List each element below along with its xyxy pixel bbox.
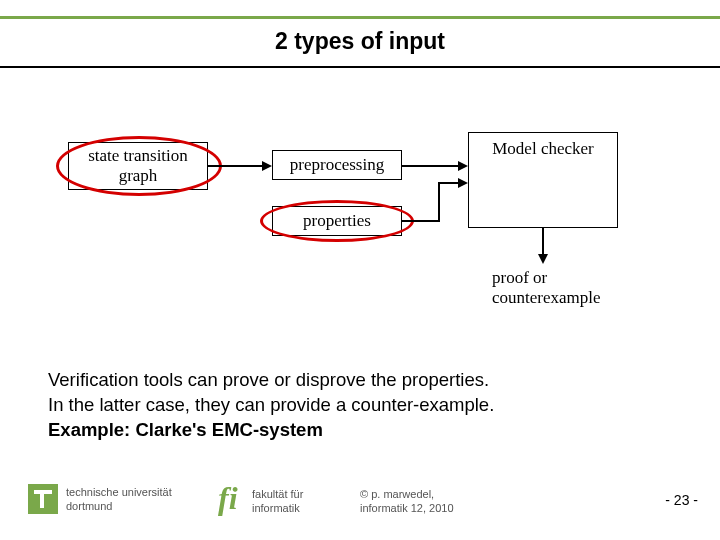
footer-text: © p. marwedel, xyxy=(360,488,434,500)
body-line-bold: Example: Clarke's EMC-system xyxy=(48,418,680,443)
arrowhead-right-icon xyxy=(458,178,468,188)
diagram-area: state transition graph preprocessing pro… xyxy=(60,110,660,330)
arrowhead-right-icon xyxy=(458,161,468,171)
page-number: - 23 - xyxy=(665,492,698,508)
footer-text: technische universität xyxy=(66,486,172,498)
body-line: In the latter case, they can provide a c… xyxy=(48,393,680,418)
footer-text: informatik xyxy=(252,502,300,514)
connector xyxy=(542,228,544,256)
highlight-ellipse-state-transition xyxy=(56,136,222,196)
arrowhead-down-icon xyxy=(538,254,548,264)
body-paragraph: Verification tools can prove or disprove… xyxy=(48,368,680,443)
connector xyxy=(402,220,440,222)
fi-logo-icon: fi xyxy=(218,480,238,517)
title-underline xyxy=(0,66,720,68)
connector xyxy=(438,182,440,222)
footer-text: informatik 12, 2010 xyxy=(360,502,454,514)
connector xyxy=(438,182,460,184)
top-accent-rule xyxy=(0,16,720,19)
faculty-name: fakultät für informatik xyxy=(252,488,303,516)
output-label: proof or counterexample xyxy=(492,268,601,308)
copyright-text: © p. marwedel, informatik 12, 2010 xyxy=(360,488,454,516)
highlight-ellipse-properties xyxy=(260,200,414,242)
tu-logo-icon xyxy=(28,484,58,514)
footer-text: fakultät für xyxy=(252,488,303,500)
slide-title: 2 types of input xyxy=(0,28,720,55)
connector xyxy=(402,165,460,167)
footer: technische universität dortmund fi fakul… xyxy=(0,480,720,528)
footer-text: dortmund xyxy=(66,500,112,512)
box-model-checker: Model checker xyxy=(468,132,618,228)
box-preprocessing: preprocessing xyxy=(272,150,402,180)
connector xyxy=(208,165,264,167)
body-line: Verification tools can prove or disprove… xyxy=(48,368,680,393)
arrowhead-right-icon xyxy=(262,161,272,171)
university-name: technische universität dortmund xyxy=(66,486,172,514)
